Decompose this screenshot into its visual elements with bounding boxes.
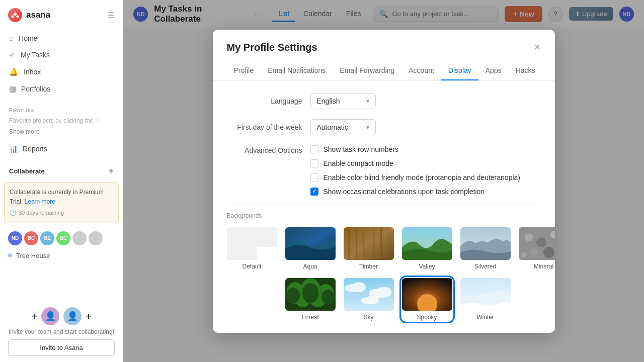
modal-tab-account[interactable]: Account	[401, 61, 441, 80]
modal-title: My Profile Settings	[227, 42, 317, 53]
bg-label-valley: Valley	[419, 263, 435, 270]
bg-thumb-silvered	[460, 227, 511, 260]
workspace-section: Collaberate + Collaberate is currently i…	[0, 160, 123, 227]
bg-label-winter: Winter	[476, 314, 494, 321]
invite-asana-button[interactable]: Invite to Asana	[8, 339, 115, 356]
checkbox-row-1: Show task row numbers	[310, 145, 520, 153]
bg-thumb-sky	[344, 278, 394, 311]
sidebar-item-reports[interactable]: 📊 Reports	[4, 141, 119, 156]
bg-label-sky: Sky	[363, 314, 373, 321]
favorites-label: Favorites	[4, 102, 119, 115]
modal-body: Language English ▾ First day of the week…	[213, 81, 555, 333]
bg-item-forest[interactable]: Forest	[285, 278, 336, 321]
svg-point-2	[17, 16, 19, 18]
backgrounds-label: Backgrounds	[227, 212, 541, 219]
main-area: ND My Tasks in Collaberate ··· List Cale…	[123, 0, 644, 362]
bg-item-silvered[interactable]: Silvered	[460, 227, 511, 270]
first-day-dropdown-icon: ▾	[366, 124, 369, 131]
checkbox-celebrations[interactable]: ✓	[310, 188, 318, 196]
svg-point-12	[530, 248, 538, 256]
modal-tab-hacks[interactable]: Hacks	[509, 61, 542, 80]
workspace-badge: Collaberate is currently in Premium Tria…	[4, 182, 119, 223]
modal-close-button[interactable]: ×	[534, 42, 541, 53]
checkmark-icon: ✓	[312, 189, 316, 194]
bg-item-aqua[interactable]: Aqua	[285, 227, 336, 270]
tree-house-item[interactable]: Tree House	[0, 249, 123, 262]
learn-more-link[interactable]: Learn more	[25, 198, 55, 205]
checkbox-row-3: Enable color blind friendly mode (protan…	[310, 173, 520, 182]
advanced-options-label: Advanced Options	[227, 145, 302, 196]
workspace-members: ND BC BE BC · ·	[0, 227, 123, 249]
first-day-label: First day of the week	[227, 123, 302, 131]
workspace-add-icon[interactable]: +	[108, 166, 114, 176]
sidebar-item-inbox[interactable]: 🔔 Inbox	[4, 64, 119, 80]
first-day-select[interactable]: Automatic ▾	[310, 119, 376, 135]
bg-item-valley[interactable]: Valley	[402, 227, 452, 270]
sidebar-bottom: + 👤 👤 + Invite your team and start colla…	[0, 301, 123, 362]
modal-tab-profile[interactable]: Profile	[227, 61, 261, 80]
modal-header: My Profile Settings ×	[213, 30, 555, 53]
bg-label-timber: Timber	[359, 263, 378, 270]
invite-description: Invite your team and start collaborating…	[8, 328, 115, 335]
language-dropdown-icon: ▾	[366, 98, 369, 105]
modal-tab-apps[interactable]: Apps	[478, 61, 509, 80]
svg-point-13	[543, 247, 554, 258]
bg-item-mineral[interactable]: Mineral	[519, 227, 555, 270]
bg-thumb-timber	[344, 227, 394, 260]
sidebar-toggle-icon[interactable]: ☰	[108, 11, 115, 20]
language-row: Language English ▾	[227, 93, 541, 109]
backgrounds-row-2: Forest Sky Spooky	[227, 278, 541, 321]
bg-label-mineral: Mineral	[534, 263, 553, 270]
bg-item-spooky[interactable]: Spooky	[402, 278, 452, 321]
show-more-btn[interactable]: Show more	[4, 126, 119, 137]
language-select[interactable]: English ▾	[310, 93, 376, 109]
sidebar-header: asana ☰	[0, 2, 123, 28]
bg-item-timber[interactable]: Timber	[344, 227, 394, 270]
sidebar-item-mytasks[interactable]: ✓ My Tasks	[4, 47, 119, 63]
checkbox-row-2: Enable compact mode	[310, 159, 520, 167]
svg-point-8	[525, 233, 533, 241]
portfolios-label: Portfolios	[21, 85, 50, 93]
svg-point-23	[321, 290, 335, 305]
checkbox-label-compact-mode: Enable compact mode	[324, 159, 393, 167]
checkbox-row-4: ✓ Show occasional celebrations upon task…	[310, 188, 520, 196]
svg-rect-4	[344, 227, 394, 260]
favorites-section: Favorites Favorite projects by clicking …	[0, 100, 123, 139]
first-day-row: First day of the week Automatic ▾	[227, 119, 541, 135]
modal-tab-email-notifications[interactable]: Email Notifications	[261, 61, 333, 80]
advanced-options-section: Advanced Options Show task row numbers E…	[227, 145, 541, 196]
bg-label-spooky: Spooky	[417, 314, 437, 321]
bg-thumb-valley	[402, 227, 452, 260]
member-avatar-nd: ND	[8, 231, 22, 245]
workspace-header: Collaberate +	[4, 162, 119, 180]
bg-label-default: Default	[242, 263, 261, 270]
checkbox-compact-mode[interactable]	[310, 159, 318, 167]
sidebar-item-portfolios[interactable]: ▦ Portfolios	[4, 81, 119, 97]
inbox-icon: 🔔	[9, 67, 19, 76]
days-remaining: 🕐 30 days remaining	[10, 209, 113, 218]
checkbox-color-blind[interactable]	[310, 173, 318, 182]
profile-settings-modal: My Profile Settings × Profile Email Noti…	[213, 30, 555, 333]
bg-thumb-spooky	[402, 278, 452, 311]
svg-point-0	[14, 13, 17, 16]
modal-tab-display[interactable]: Display	[441, 61, 478, 80]
reports-label: Reports	[23, 145, 47, 153]
backgrounds-row-1: Default Aqua Timber	[227, 227, 541, 270]
modal-tab-email-forwarding[interactable]: Email Forwarding	[333, 61, 401, 80]
checkbox-task-numbers[interactable]	[310, 145, 318, 153]
bg-item-sky[interactable]: Sky	[344, 278, 394, 321]
divider	[227, 204, 541, 204]
bg-thumb-mineral	[519, 227, 555, 260]
sidebar-item-home[interactable]: ⌂ Home	[4, 30, 119, 46]
bg-item-default[interactable]: Default	[227, 227, 277, 270]
member-avatar-be: BE	[40, 231, 54, 245]
language-value: English	[317, 97, 340, 105]
checkboxes-container: Show task row numbers Enable compact mod…	[310, 145, 520, 196]
bg-item-winter[interactable]: Winter	[460, 278, 511, 321]
reports-icon: 📊	[9, 145, 18, 153]
modal-overlay[interactable]: My Profile Settings × Profile Email Noti…	[123, 0, 644, 362]
workspace-badge-text: Collaberate is currently in Premium Tria…	[10, 189, 104, 205]
svg-point-14	[521, 252, 527, 258]
member-avatar-bc: BC	[24, 231, 38, 245]
svg-point-1	[12, 16, 14, 18]
